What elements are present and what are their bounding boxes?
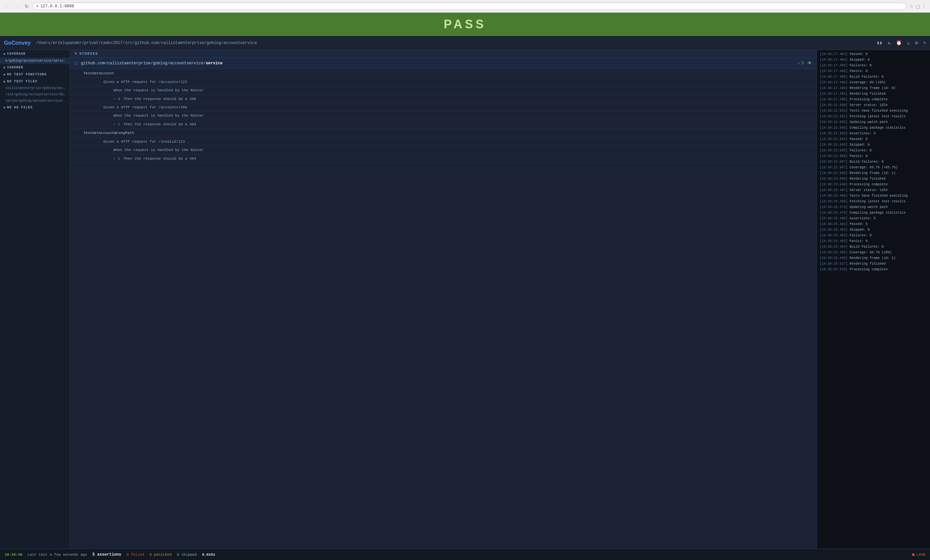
app-path: /Users/eriklupander/privat/cadec2017/src… [36, 41, 877, 45]
no-test-files-arrow: ▲ [3, 80, 6, 83]
story-check-3: ✓ 3 [113, 97, 123, 101]
story-row-when-1: When the request is handled by the Route… [70, 86, 817, 95]
log-panel: [18:30:17.484] Passed: 0[18:30:17.484] S… [817, 50, 930, 549]
history-icon[interactable]: ⏰ [896, 40, 902, 46]
url-bar[interactable]: ● 127.0.0.1:8080 [33, 3, 907, 10]
no-go-files-label: NO GO FILES [7, 106, 33, 109]
package-row: □ github.com/callistaenterprise/goblog/a… [70, 58, 817, 69]
pause-icon[interactable]: ▮▮ [877, 40, 882, 46]
package-collapse-button[interactable]: □ [75, 61, 77, 66]
content-area: ▼ STORIES □ github.com/callistaenterpris… [70, 50, 817, 549]
stories-panel: ▼ STORIES □ github.com/callistaenterpris… [70, 50, 817, 549]
story-row-given-123: Given a HTTP request for /accounts/123 [70, 78, 817, 86]
check-icon: ✓ [798, 61, 800, 66]
status-bar: 18:30:48 Last test a few seconds ago 5 a… [0, 549, 930, 560]
log-entry: [18:30:17.484] Passed: 0 [817, 51, 930, 57]
log-entry: [18:30:22.960] Compiling package statist… [817, 125, 930, 130]
log-entry: [18:30:17.489] Rendering frame (id: 0) [817, 85, 930, 91]
reload-button[interactable]: ↻ [23, 3, 30, 10]
no-go-files-arrow: ▲ [3, 106, 6, 109]
package-name-bold: service [206, 61, 222, 66]
story-row-given-invalid: Given a HTTP request for /invalid/123 [70, 138, 817, 146]
count-value: 5 [802, 61, 804, 66]
log-entry: [18:30:25.482] Skipped: 0 [817, 227, 930, 233]
log-entry: [18:30:25.484] Build Failures: 0 [817, 244, 930, 250]
log-entry: [18:30:25.481] Passed: 5 [817, 221, 930, 227]
package-name: github.com/callistaenterprise/goblog/acc… [81, 61, 794, 66]
app-header: GoConvey /Users/eriklupander/privat/cade… [0, 36, 930, 50]
log-entry: [18:30:17.485] Failures: 0 [817, 63, 930, 68]
test-name-row-1: TestGetAccount [70, 69, 817, 78]
story-check-9: ✓ 1 [113, 156, 123, 161]
pass-banner: PASS [0, 13, 930, 36]
bookmark-button[interactable]: ☆ [909, 4, 914, 9]
ignored-header[interactable]: ▲ IGNORED [0, 64, 70, 71]
log-entry: [18:30:22.968] Rendering frame (id: 1) [817, 170, 930, 176]
sidebar-item-model[interactable]: rprise/goblog/accountservice/model [0, 98, 70, 104]
log-entry: [18:30:23.046] Rendering finished [817, 176, 930, 182]
sidebar-item-accountservice[interactable]: callistaenterprise/goblog/accountservice [0, 85, 70, 91]
story-text-3: Then the response should be a 200 [123, 97, 196, 101]
menu-button[interactable]: ⋮ [922, 4, 927, 9]
no-test-functions-header[interactable]: ▲ NO TEST FUNCTIONS [0, 71, 70, 78]
test-name-1: TestGetAccount [83, 71, 114, 75]
log-entry: [18:30:25.527] Rendering finished [817, 261, 930, 267]
no-test-files-label: NO TEST FILES [7, 80, 37, 83]
log-entry: [18:30:25.533] Processing complete [817, 267, 930, 272]
story-row-then-404-1: ✓ 1 Then the response should be a 404 [70, 120, 817, 129]
log-entry: [18:30:22.963] Assertions: 5 [817, 130, 930, 137]
log-entry: [18:30:17.495] Processing complete [817, 97, 930, 102]
coverage-section-header[interactable]: ▲ COVERAGE [0, 50, 70, 58]
story-text-1: Given a HTTP request for /accounts/123 [103, 80, 187, 84]
no-test-files-header[interactable]: ▲ NO TEST FILES [0, 78, 70, 85]
log-entry: [18:30:17.484] Skipped: 0 [817, 57, 930, 63]
story-text-8: When the request is handled by the Route… [113, 148, 204, 152]
stories-arrow: ▼ [75, 52, 77, 56]
log-entry: [18:30:25.483] Panics: 0 [817, 238, 930, 244]
log-entry: [18:30:25.480] Assertions: 5 [817, 216, 930, 221]
log-entry: [18:30:25.467] Server status: idle [817, 187, 930, 193]
log-entry: [18:30:22.951] Tests have finished execu… [817, 108, 930, 114]
browser-action-buttons: ☆ ▢ ⋮ [909, 4, 927, 9]
stories-label: STORIES [79, 52, 98, 56]
ignored-arrow: ▲ [3, 66, 6, 69]
cast-button[interactable]: ▢ [916, 4, 920, 9]
log-entry: [18:30:25.485] Coverage: 66.7% (±0%) [817, 250, 930, 255]
story-text-2: When the request is handled by the Route… [113, 88, 204, 92]
log-entry: [18:30:17.491] Rendering finished [817, 91, 930, 97]
browser-chrome: ← → ↻ ● 127.0.0.1:8080 ☆ ▢ ⋮ [0, 0, 930, 13]
test-name-row-2: TestGetAccountWrongPath [70, 129, 817, 138]
log-entry: [18:30:23.049] Processing complete [817, 182, 930, 187]
status-time: 18:30:48 [5, 553, 22, 557]
refresh-icon[interactable]: ↻ [888, 40, 890, 46]
live-label: LIVE [917, 553, 925, 557]
test-name-2: TestGetAccountWrongPath [83, 131, 134, 135]
status-last-test: Last test a few seconds ago [28, 553, 87, 557]
no-test-functions-label: NO TEST FUNCTIONS [7, 73, 47, 76]
app-logo: GoConvey [4, 40, 31, 46]
edit-icon[interactable]: ✎ [923, 40, 926, 46]
settings-icon[interactable]: ⚙ [915, 40, 918, 46]
main-layout: ▲ COVERAGE e/goblog/accountservice/servi… [0, 50, 930, 549]
status-duration: 0.015s [202, 553, 216, 557]
status-assertions: 5 assertions [92, 552, 121, 557]
log-entry: [18:30:25.468] Tests have finished execu… [817, 193, 930, 199]
stories-header: ▼ STORIES [70, 50, 817, 58]
log-entry: [18:30:25.486] Rendering frame (id: 2) [817, 255, 930, 261]
sidebar-item-dbclient[interactable]: rise/goblog/accountservice/dbclient [0, 91, 70, 98]
status-skipped: 0 skipped [177, 553, 197, 557]
no-go-files-header[interactable]: ▲ NO GO FILES [0, 104, 70, 111]
forward-button[interactable]: → [13, 3, 21, 10]
url-text: 127.0.0.1:8080 [40, 4, 903, 9]
sidebar-item-active[interactable]: e/goblog/accountservice/service i [0, 58, 70, 64]
log-entry: [18:30:22.966] Panics: 0 [817, 153, 930, 159]
story-row-given-456: Given a HTTP request for /accounts/456 [70, 103, 817, 112]
log-entry: [18:30:25.476] Compiling package statist… [817, 210, 930, 216]
eye-icon[interactable]: 👁 [807, 61, 812, 66]
back-button[interactable]: ← [3, 3, 11, 10]
status-failed: 0 failed [126, 553, 144, 557]
story-text-5: When the request is handled by the Route… [113, 114, 204, 118]
header-icons: ▮▮ ↻ ⏰ △ ⚙ ✎ [877, 40, 926, 46]
bell-icon[interactable]: △ [907, 40, 910, 46]
log-entry: [18:30:22.967] Coverage: 66.7% (+66.7%) [817, 165, 930, 170]
